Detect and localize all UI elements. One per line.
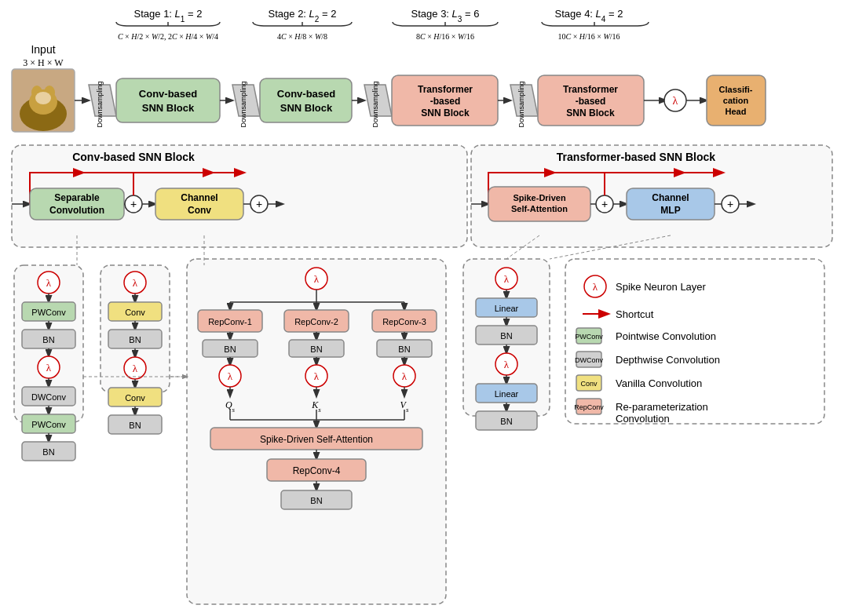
svg-rect-22 (260, 78, 352, 122)
svg-text:RepConv-1: RepConv-1 (208, 317, 252, 326)
diagram-svg: Input 3 × H × W Stage 1: L1 = 2 C × H/2 … (0, 0, 848, 616)
svg-point-5 (44, 86, 55, 100)
svg-point-66 (250, 195, 268, 213)
svg-rect-124 (108, 415, 162, 434)
svg-rect-73 (488, 187, 590, 221)
svg-text:Re-parameterization: Re-parameterization (616, 401, 708, 413)
svg-text:Spike-Driven: Spike-Driven (513, 193, 566, 202)
svg-point-118 (124, 357, 146, 379)
svg-rect-205 (576, 352, 601, 367)
svg-rect-94 (22, 330, 75, 348)
svg-rect-196 (565, 259, 824, 424)
svg-text:λ: λ (504, 359, 510, 370)
svg-rect-53 (12, 145, 467, 247)
svg-text:λ: λ (46, 362, 52, 374)
svg-text:BN: BN (129, 421, 141, 430)
svg-text:Stage 4: L4 = 2: Stage 4: L4 = 2 (555, 8, 623, 24)
svg-rect-170 (210, 428, 422, 450)
svg-rect-137 (284, 310, 349, 332)
svg-text:Transformer-based SNN Block: Transformer-based SNN Block (557, 151, 715, 163)
svg-text:+: + (601, 198, 608, 210)
svg-marker-39 (510, 85, 538, 116)
svg-rect-100 (22, 387, 75, 406)
svg-text:Spike Neuron Layer: Spike Neuron Layer (616, 281, 707, 293)
svg-point-188 (495, 353, 517, 375)
svg-rect-139 (372, 310, 437, 332)
svg-rect-194 (476, 411, 537, 430)
svg-text:8C × H/16 × W/16: 8C × H/16 × W/16 (416, 32, 474, 41)
svg-marker-29 (364, 85, 392, 116)
svg-rect-41 (538, 75, 644, 126)
svg-text:Transformer: Transformer (418, 84, 473, 95)
svg-point-46 (664, 89, 686, 111)
svg-text:Channel: Channel (181, 192, 217, 203)
svg-text:Self-Attention: Self-Attention (511, 204, 568, 213)
svg-rect-1 (12, 69, 75, 132)
svg-text:λ: λ (504, 273, 510, 285)
svg-text:Ks: Ks (311, 399, 321, 414)
svg-text:RepConv-3: RepConv-3 (382, 317, 426, 326)
svg-text:RepConv: RepConv (574, 403, 604, 411)
svg-text:λ: λ (314, 370, 320, 382)
svg-text:PWConv: PWConv (575, 333, 603, 341)
svg-text:BN: BN (398, 344, 410, 354)
svg-rect-145 (289, 340, 344, 357)
svg-rect-142 (203, 340, 258, 357)
svg-rect-208 (576, 375, 601, 391)
svg-rect-108 (101, 265, 170, 392)
svg-text:Conv-based: Conv-based (139, 88, 197, 100)
svg-text:Shortcut: Shortcut (616, 308, 654, 320)
svg-rect-185 (476, 326, 537, 344)
svg-text:+: + (727, 198, 733, 210)
svg-text:BN: BN (42, 447, 54, 457)
svg-text:10C × H/16 × W/16: 10C × H/16 × W/16 (557, 32, 620, 41)
svg-text:DWConv: DWConv (31, 392, 67, 402)
svg-text:λ: λ (314, 273, 320, 285)
svg-rect-63 (155, 188, 243, 220)
svg-text:Conv-based SNN Block: Conv-based SNN Block (72, 151, 195, 163)
svg-text:Conv-based: Conv-based (277, 88, 335, 100)
svg-text:Linear: Linear (495, 304, 519, 313)
svg-text:-based: -based (576, 96, 606, 107)
svg-marker-11 (89, 85, 116, 116)
svg-rect-211 (576, 399, 601, 414)
svg-text:Conv: Conv (188, 205, 211, 216)
svg-text:4C × H/8 × W/8: 4C × H/8 × W/8 (277, 32, 327, 41)
svg-point-6 (35, 92, 51, 104)
input-label: Input (31, 43, 55, 56)
svg-text:RepConv-2: RepConv-2 (294, 317, 338, 326)
svg-text:+: + (130, 198, 137, 210)
svg-text:SNN Block: SNN Block (566, 108, 615, 118)
svg-point-59 (125, 195, 142, 213)
svg-text:Convolution: Convolution (49, 205, 104, 216)
svg-point-4 (31, 86, 42, 100)
svg-text:λ: λ (46, 277, 52, 289)
svg-text:Separable: Separable (54, 192, 100, 203)
svg-text:Depthwise Convolution: Depthwise Convolution (616, 354, 720, 366)
svg-point-76 (596, 195, 613, 213)
svg-text:Downsampling: Downsampling (96, 81, 104, 127)
svg-point-179 (495, 268, 517, 290)
svg-text:BN: BN (500, 417, 512, 426)
svg-point-97 (38, 356, 60, 378)
svg-text:BN: BN (310, 496, 322, 505)
svg-text:Channel: Channel (652, 192, 689, 203)
svg-text:Pointwise Convolution: Pointwise Convolution (616, 330, 716, 342)
svg-rect-173 (267, 459, 366, 481)
svg-text:λ: λ (593, 281, 598, 293)
svg-rect-126 (187, 259, 446, 604)
svg-text:RepConv-4: RepConv-4 (293, 465, 341, 476)
svg-text:SNN Block: SNN Block (280, 102, 333, 114)
svg-text:PWConv: PWConv (31, 420, 66, 429)
svg-text:cation: cation (723, 96, 749, 105)
svg-text:BN: BN (42, 335, 54, 344)
svg-text:SNN Block: SNN Block (142, 102, 195, 114)
svg-text:-based: -based (430, 96, 461, 107)
svg-rect-80 (627, 188, 715, 220)
svg-rect-31 (392, 75, 498, 126)
svg-text:Stage 2: L2 = 2: Stage 2: L2 = 2 (269, 8, 337, 24)
svg-text:SNN Block: SNN Block (421, 108, 470, 118)
svg-rect-115 (108, 330, 162, 348)
svg-point-157 (393, 365, 415, 387)
svg-text:Spike-Driven Self-Attention: Spike-Driven Self-Attention (260, 434, 373, 445)
